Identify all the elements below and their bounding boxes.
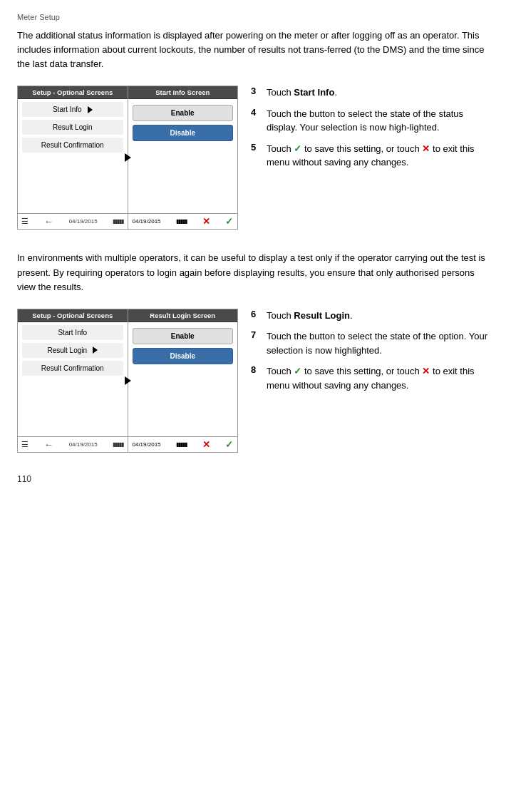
section-1: Setup - Optional Screens Start Info Resu… [17,86,489,230]
battery-icon-left-1: ▮▮▮▮▮ [113,218,123,225]
menu-icon-2: ☰ [21,440,29,449]
enable-button-2[interactable]: Enable [133,328,234,344]
cancel-icon-2[interactable]: ✕ [202,439,210,450]
step-6-num: 6 [251,309,261,319]
footer-date-right-1: 04/19/2015 [133,218,161,225]
step-4-num: 4 [251,107,261,118]
active-arrow-indicator [93,346,98,354]
right-panel-2-body: Enable Disable [128,322,238,436]
enable-button-1[interactable]: Enable [133,105,234,121]
left-panel-1: Setup - Optional Screens Start Info Resu… [18,86,128,229]
step-3-num: 3 [251,86,261,96]
menu-item-result-login-1[interactable]: Result Login [22,120,123,135]
back-icon-2[interactable]: ← [44,439,53,450]
result-login-label-1: Result Login [53,123,93,131]
steps-1: 3 Touch Start Info. 4 Touch the button t… [251,86,489,170]
right-panel-1-header: Start Info Screen [128,86,238,99]
step-3-bold: Start Info [294,87,334,98]
step-3: 3 Touch Start Info. [251,86,489,100]
start-info-label-2: Start Info [58,329,87,336]
right-panel-1: Start Info Screen Enable Disable 04/19/2… [128,86,238,229]
footer-date-left-2: 04/19/2015 [69,441,98,448]
panel-arrow-2 [125,376,131,385]
confirm-icon-2[interactable]: ✓ [225,439,233,450]
right-panel-2-header: Result Login Screen [128,309,238,322]
steps-2: 6 Touch Result Login. 7 Touch the button… [251,309,489,393]
screens-container-2: Setup - Optional Screens Start Info Resu… [17,309,238,453]
step-8: 8 Touch ✓ to save this setting, or touch… [251,364,489,392]
footer-date-left-1: 04/19/2015 [69,218,98,225]
battery-icon-right-2: ▮▮▮▮▮ [176,441,187,448]
left-panel-1-body: Start Info Result Login Result Confirmat… [18,99,128,213]
disable-button-2[interactable]: Disable [133,348,234,364]
menu-icon-1: ☰ [21,217,29,226]
menu-item-start-info-2[interactable]: Start Info [22,325,123,340]
cancel-icon-1[interactable]: ✕ [202,216,210,227]
disable-button-1[interactable]: Disable [133,125,234,141]
footer-date-right-2: 04/19/2015 [133,441,161,448]
confirm-icon-1[interactable]: ✓ [225,216,233,227]
left-panel-2-body: Start Info Result Login Result Confirmat… [18,322,128,436]
step-7: 7 Touch the button to select the state o… [251,329,489,357]
menu-item-result-confirmation-1[interactable]: Result Confirmation [22,138,123,153]
left-panel-2-header: Setup - Optional Screens [18,309,128,322]
menu-item-start-info-1[interactable]: Start Info [22,102,123,117]
result-confirmation-label-2: Result Confirmation [41,364,104,372]
section-2: Setup - Optional Screens Start Info Resu… [17,309,489,453]
step-4-text: Touch the button to select the state of … [267,107,489,135]
menu-item-result-login-2[interactable]: Result Login [22,343,123,358]
step-5-x-icon: ✕ [422,142,430,156]
right-panel-2: Result Login Screen Enable Disable 04/19… [128,309,238,452]
step-6-text: Touch Result Login. [267,309,353,323]
battery-icon-right-1: ▮▮▮▮▮ [176,218,187,225]
result-confirmation-label-1: Result Confirmation [41,141,104,149]
right-panel-1-footer: 04/19/2015 ▮▮▮▮▮ ✕ ✓ [128,213,238,229]
left-panel-2-footer: ☰ ← 04/19/2015 ▮▮▮▮▮ [18,436,128,452]
step-5-text: Touch ✓ to save this setting, or touch ✕… [267,142,489,170]
panel-arrow-1 [125,153,131,162]
step-7-text: Touch the button to select the state of … [267,329,489,357]
right-panel-1-body: Enable Disable [128,99,238,213]
step-7-num: 7 [251,329,261,340]
mid-text: In environments with multiple operators,… [17,251,489,294]
page-header: Meter Setup [17,13,489,21]
step-6: 6 Touch Result Login. [251,309,489,323]
step-8-num: 8 [251,364,261,375]
right-panel-2-footer: 04/19/2015 ▮▮▮▮▮ ✕ ✓ [128,436,238,452]
result-login-label-2: Result Login [47,346,87,354]
menu-item-result-confirmation-2[interactable]: Result Confirmation [22,361,123,376]
step-5: 5 Touch ✓ to save this setting, or touch… [251,142,489,170]
step-8-x-icon: ✕ [422,364,430,379]
step-8-check-icon: ✓ [294,364,301,379]
screens-container-1: Setup - Optional Screens Start Info Resu… [17,86,238,230]
step-6-bold: Result Login [294,310,350,321]
left-panel-1-footer: ☰ ← 04/19/2015 ▮▮▮▮▮ [18,213,128,229]
step-3-text: Touch Start Info. [267,86,337,100]
active-arrow-indicator [88,106,93,113]
intro-text: The additional status information is dis… [17,29,489,71]
left-panel-1-header: Setup - Optional Screens [18,86,128,99]
step-4: 4 Touch the button to select the state o… [251,107,489,135]
step-5-check-icon: ✓ [294,142,301,156]
step-5-num: 5 [251,142,261,153]
step-8-text: Touch ✓ to save this setting, or touch ✕… [267,364,489,392]
back-icon-1[interactable]: ← [44,216,53,227]
start-info-label-1: Start Info [53,106,82,113]
battery-icon-left-2: ▮▮▮▮▮ [113,441,123,448]
page-number: 110 [17,474,489,484]
left-panel-2: Setup - Optional Screens Start Info Resu… [18,309,128,452]
